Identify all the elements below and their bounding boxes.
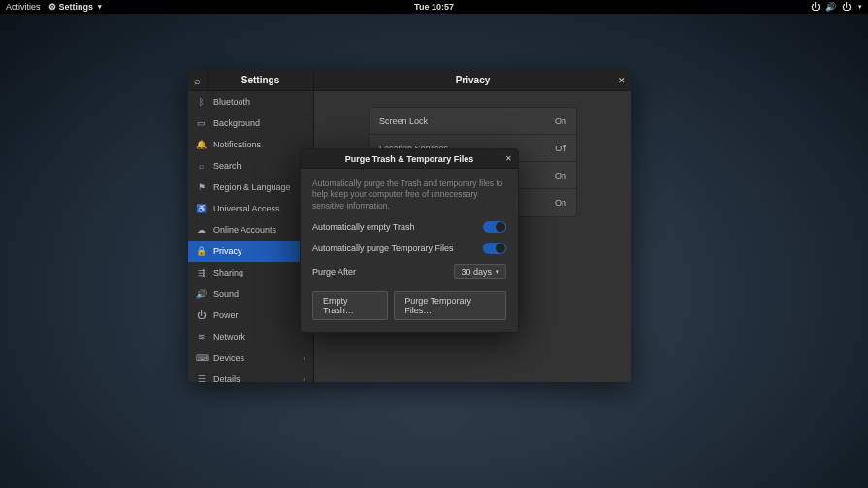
search-icon: ⌕ — [194, 75, 201, 86]
app-menu-label: Settings — [59, 2, 94, 12]
purge-after-dropdown[interactable]: 30 days ▾ — [454, 264, 506, 279]
status-area[interactable]: ⏻ 🔊 ⏻ ▾ — [811, 2, 862, 12]
close-icon: ✕ — [505, 154, 512, 163]
row-auto-purge-temp: Automatically purge Temporary Files — [312, 243, 506, 254]
sidebar-item-universal-access[interactable]: ♿Universal Access — [188, 198, 313, 219]
power-icon: ⏻ — [842, 2, 851, 12]
dialog-body: Automatically purge the Trash and tempor… — [301, 169, 518, 332]
sidebar-item-devices[interactable]: ⌨Devices› — [188, 347, 313, 369]
dialog-button-row: Empty Trash… Purge Temporary Files… — [312, 291, 506, 320]
content-header: Privacy ✕ — [314, 70, 631, 91]
search-button[interactable]: ⌕ — [188, 70, 208, 90]
sidebar-item-label: Region & Language — [213, 182, 305, 192]
network-icon: ⏻ — [811, 2, 820, 12]
sidebar-item-search[interactable]: ⌕Search — [188, 155, 313, 177]
sidebar-item-privacy[interactable]: 🔒Privacy — [188, 241, 313, 262]
sidebar-item-label: Sharing — [213, 268, 305, 277]
bell-icon: 🔔 — [196, 140, 207, 149]
chevron-down-icon: ▾ — [496, 268, 499, 276]
sidebar-item-online-accounts[interactable]: ☁Online Accounts — [188, 219, 313, 241]
app-menu[interactable]: ⚙ Settings ▾ — [48, 2, 103, 12]
sidebar-item-label: Notifications — [213, 140, 305, 149]
sidebar-item-label: Universal Access — [213, 204, 305, 213]
sidebar-item-power[interactable]: ⏻Power — [188, 305, 313, 326]
sidebar: ⌕ Settings ᛒBluetooth▭Background🔔Notific… — [188, 70, 314, 382]
setting-row-screen-lock[interactable]: Screen LockOn — [370, 108, 576, 135]
dialog-close-button[interactable]: ✕ — [505, 154, 512, 163]
close-icon: ✕ — [618, 76, 626, 85]
lock-icon: 🔒 — [196, 246, 207, 256]
sidebar-list: ᛒBluetooth▭Background🔔Notifications⌕Sear… — [188, 91, 313, 382]
sidebar-item-sharing[interactable]: ⇶Sharing — [188, 262, 313, 283]
chevron-right-icon: › — [303, 354, 305, 363]
content-title: Privacy — [314, 75, 631, 85]
sidebar-item-label: Search — [213, 161, 305, 171]
setting-value: On — [555, 171, 566, 180]
sidebar-item-sound[interactable]: 🔊Sound — [188, 283, 313, 305]
sidebar-item-label: Power — [213, 310, 305, 320]
sidebar-header: ⌕ Settings — [188, 70, 313, 91]
access-icon: ♿ — [196, 204, 207, 213]
purge-dialog: Purge Trash & Temporary Files ✕ Automati… — [300, 148, 519, 333]
close-button[interactable]: ✕ — [618, 76, 626, 85]
toggle-auto-purge-temp[interactable] — [483, 243, 506, 254]
cloud-icon: ☁ — [196, 225, 207, 235]
chevron-down-icon: ▾ — [858, 3, 862, 11]
sidebar-item-label: Details — [213, 374, 296, 382]
dialog-description: Automatically purge the Trash and tempor… — [312, 179, 506, 211]
setting-value: On — [555, 198, 566, 208]
sidebar-item-label: Bluetooth — [213, 97, 305, 107]
sidebar-item-label: Privacy — [213, 246, 305, 256]
search-icon: ⌕ — [196, 161, 207, 171]
setting-label: Screen Lock — [379, 116, 555, 126]
sidebar-item-details[interactable]: ☰Details› — [188, 369, 313, 382]
sidebar-item-label: Sound — [213, 289, 305, 299]
dropdown-value: 30 days — [461, 267, 492, 277]
net-icon: ≋ — [196, 332, 207, 342]
dialog-title: Purge Trash & Temporary Files — [301, 154, 518, 164]
toggle-auto-empty-trash[interactable] — [483, 221, 506, 233]
empty-trash-button[interactable]: Empty Trash… — [312, 291, 388, 320]
bg-icon: ▭ — [196, 118, 207, 128]
sidebar-item-network[interactable]: ≋Network — [188, 326, 313, 347]
sidebar-item-bluetooth[interactable]: ᛒBluetooth — [188, 91, 313, 113]
purge-temp-files-button[interactable]: Purge Temporary Files… — [394, 291, 506, 320]
top-bar: Activities ⚙ Settings ▾ Tue 10:57 ⏻ 🔊 ⏻ … — [0, 0, 868, 14]
sidebar-title: Settings — [208, 75, 313, 85]
setting-value: On — [555, 116, 566, 126]
row-auto-empty-trash: Automatically empty Trash — [312, 221, 506, 233]
share-icon: ⇶ — [196, 268, 207, 277]
row-label: Automatically purge Temporary Files — [312, 244, 483, 253]
bt-icon: ᛒ — [196, 97, 207, 107]
device-icon: ⌨ — [196, 353, 207, 363]
row-label: Purge After — [312, 267, 454, 277]
settings-icon: ⚙ — [48, 2, 56, 12]
chevron-right-icon: › — [303, 375, 305, 383]
sidebar-item-background[interactable]: ▭Background — [188, 113, 313, 134]
power-icon: ⏻ — [196, 310, 207, 320]
dialog-header: Purge Trash & Temporary Files ✕ — [301, 149, 518, 169]
sidebar-item-label: Online Accounts — [213, 225, 305, 235]
setting-value: Off — [555, 144, 566, 153]
row-label: Automatically empty Trash — [312, 222, 483, 232]
sidebar-item-label: Background — [213, 118, 305, 128]
clock[interactable]: Tue 10:57 — [414, 2, 454, 12]
volume-icon: 🔊 — [825, 2, 836, 12]
flag-icon: ⚑ — [196, 182, 207, 192]
sidebar-item-label: Devices — [213, 353, 296, 363]
detail-icon: ☰ — [196, 374, 207, 382]
activities-button[interactable]: Activities — [6, 2, 41, 12]
sidebar-item-label: Network — [213, 332, 305, 342]
sidebar-item-region-language[interactable]: ⚑Region & Language — [188, 177, 313, 198]
sidebar-item-notifications[interactable]: 🔔Notifications — [188, 134, 313, 155]
sound-icon: 🔊 — [196, 289, 207, 299]
chevron-down-icon: ▾ — [98, 3, 102, 11]
row-purge-after: Purge After 30 days ▾ — [312, 264, 506, 279]
